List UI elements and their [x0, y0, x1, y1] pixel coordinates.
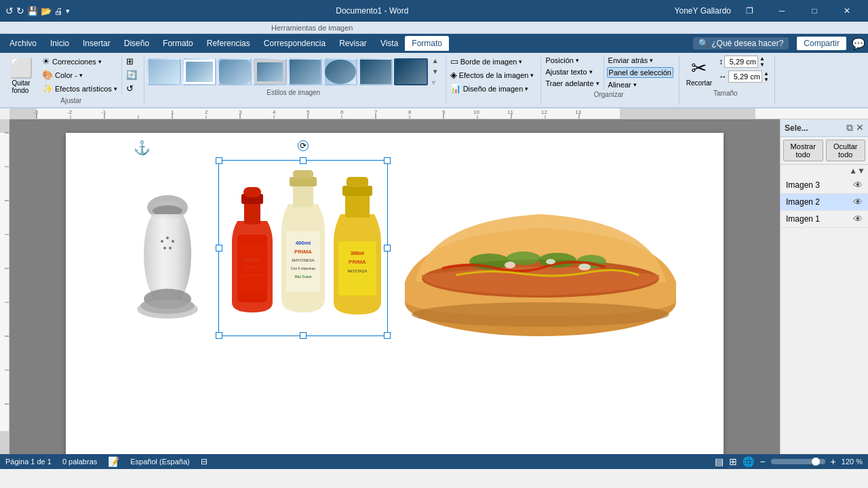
width-input[interactable] [728, 70, 762, 83]
width-up[interactable]: ▲ [764, 70, 769, 77]
style-thumb-1[interactable] [147, 58, 181, 85]
quitar-fondo-btn[interactable]: ⬜ Quitarfondo [4, 56, 38, 96]
ribbon-content: ⬜ Quitarfondo ☀ Correcciones ▾ 🎨 Color -… [0, 53, 868, 108]
menu-referencias[interactable]: Referencias [200, 36, 257, 51]
menu-revisar[interactable]: Revisar [332, 36, 374, 51]
style-thumb-7[interactable] [359, 58, 393, 85]
style-thumb-6[interactable] [323, 58, 357, 85]
svg-text:11: 11 [507, 109, 513, 115]
svg-text:8: 8 [408, 109, 412, 115]
svg-text:13: 13 [575, 109, 581, 115]
panel-scroll-down[interactable]: ▼ [857, 166, 865, 176]
style-scroll-down[interactable]: ▼ [431, 66, 440, 77]
tamanio-group: ✂ Recortar ↕ ▲ ▼ ↔ [682, 56, 775, 104]
menu-correspondencia[interactable]: Correspondencia [257, 36, 332, 51]
reset-img-btn[interactable]: ↺ [125, 83, 138, 94]
menu-vista[interactable]: Vista [374, 36, 405, 51]
height-icon: ↕ [719, 57, 723, 66]
read-mode-icon[interactable]: ▤ [715, 456, 724, 467]
height-input-row: ↕ ▲ ▼ [719, 56, 769, 68]
menu-formato-active[interactable]: Formato [405, 36, 449, 51]
recortar-btn[interactable]: ✂ Recortar [682, 56, 716, 88]
panel-item-imagen1-eye[interactable]: 👁 [853, 214, 863, 224]
menu-insertar[interactable]: Insertar [76, 36, 117, 51]
style-thumbnails: ▲ ▼ ▿ [147, 56, 440, 87]
style-scroll[interactable]: ▲ ▼ ▿ [431, 56, 440, 87]
menu-diseno[interactable]: Diseño [117, 36, 156, 51]
zoom-in-btn[interactable]: + [831, 456, 836, 467]
image-hotdog[interactable] [388, 180, 693, 343]
efectos-imagen-btn[interactable]: ◈ Efectos de la imagen ▾ [449, 69, 536, 81]
svg-text:300ml: 300ml [351, 251, 364, 256]
panel-item-imagen3-eye[interactable]: 👁 [853, 180, 863, 190]
svg-point-88 [538, 253, 576, 268]
style-thumb-8[interactable] [394, 58, 428, 85]
style-thumb-2[interactable] [182, 58, 216, 85]
efectos-artisticos-btn[interactable]: ✨ Efectos artísticos ▾ [41, 83, 119, 94]
height-up[interactable]: ▲ [760, 56, 765, 62]
ajustar-texto-btn[interactable]: Ajustar texto ▾ [544, 67, 600, 77]
style-thumb-4[interactable] [253, 58, 287, 85]
style-scroll-more[interactable]: ▿ [431, 77, 440, 87]
image-condiments[interactable]: PRIMA KETCHUP +20% GRATIS [218, 160, 388, 336]
compress-btn[interactable]: ⊞ [125, 56, 138, 67]
search-box[interactable]: 🔍 ¿Qué desea hacer? [693, 37, 789, 49]
undo-redo-area: ↺ ↻ 💾 📂 🖨 ▾ [5, 5, 70, 16]
change-img-btn[interactable]: 🔄 [125, 69, 138, 81]
svg-rect-77 [345, 194, 370, 218]
maximize-btn[interactable]: □ [799, 0, 830, 22]
zoom-slider[interactable] [771, 459, 825, 464]
posicion-btn[interactable]: Posición ▾ [544, 56, 600, 65]
svg-point-92 [578, 264, 591, 270]
diseno-imagen-btn[interactable]: 📊 Diseño de imagen ▾ [449, 83, 536, 94]
color-btn[interactable]: 🎨 Color - ▾ [41, 69, 119, 81]
menu-formato-layout[interactable]: Formato [156, 36, 200, 51]
menu-archivo[interactable]: Archivo [3, 36, 43, 51]
height-down[interactable]: ▼ [760, 62, 765, 68]
share-button[interactable]: Compartir [797, 37, 846, 50]
zoom-out-btn[interactable]: − [760, 456, 765, 467]
redo-btn[interactable]: ↻ [16, 5, 24, 16]
hide-all-btn[interactable]: Ocultar todo [826, 140, 866, 161]
salt-shaker-svg [120, 174, 215, 329]
panel-item-imagen1-label: Imagen 1 [786, 214, 820, 224]
style-thumb-3[interactable] [218, 58, 252, 85]
track-changes-icon[interactable]: ⊟ [201, 457, 208, 466]
enviar-atras-btn[interactable]: Enviar atrás ▾ [607, 56, 673, 65]
close-btn[interactable]: ✕ [831, 0, 863, 22]
undo-btn[interactable]: ↺ [5, 5, 14, 16]
panel-item-imagen3[interactable]: Imagen 3 👁 [781, 177, 868, 194]
save-btn[interactable]: 💾 [27, 6, 38, 16]
show-all-btn[interactable]: Mostrar todo [783, 140, 823, 161]
panel-seleccion-btn[interactable]: Panel de selección [607, 67, 673, 78]
web-layout-icon[interactable]: 🌐 [743, 456, 754, 467]
menu-inicio[interactable]: Inicio [43, 36, 76, 51]
restore-btn[interactable]: ❐ [734, 0, 765, 22]
estilos-label: Estilos de imagen [267, 89, 320, 96]
panel-close-btn[interactable]: ✕ [856, 122, 864, 134]
svg-text:3: 3 [239, 109, 242, 115]
print-layout-icon[interactable]: ⊞ [729, 456, 737, 467]
rotate-handle[interactable]: ⟳ [298, 140, 309, 151]
panel-scroll-up[interactable]: ▲ [849, 166, 857, 176]
panel-item-imagen2[interactable]: Imagen 2 👁 [781, 194, 868, 211]
style-thumb-5[interactable] [288, 58, 322, 85]
panel-item-imagen1[interactable]: Imagen 1 👁 [781, 211, 868, 228]
traer-adelante-btn[interactable]: Traer adelante ▾ [544, 79, 600, 88]
alinear-btn[interactable]: Alinear ▾ [607, 80, 673, 89]
width-down[interactable]: ▼ [764, 77, 769, 83]
ruler-v-svg [0, 119, 9, 454]
comment-icon[interactable]: 💬 [852, 37, 865, 50]
panel-expand-btn[interactable]: ⧉ [846, 122, 853, 134]
style-scroll-up[interactable]: ▲ [431, 56, 440, 66]
print-btn[interactable]: 🖨 [54, 6, 63, 16]
panel-item-imagen2-eye[interactable]: 👁 [853, 197, 863, 207]
height-input[interactable] [724, 56, 758, 68]
image-salt-shaker[interactable] [120, 174, 215, 329]
spell-check-icon[interactable]: 📝 [108, 456, 119, 467]
page-canvas[interactable]: ⚓ [9, 119, 780, 454]
correcciones-btn[interactable]: ☀ Correcciones ▾ [41, 56, 119, 67]
open-btn[interactable]: 📂 [41, 6, 52, 16]
minimize-btn[interactable]: ─ [766, 0, 797, 22]
borde-imagen-btn[interactable]: ▭ Borde de imagen ▾ [449, 56, 536, 67]
